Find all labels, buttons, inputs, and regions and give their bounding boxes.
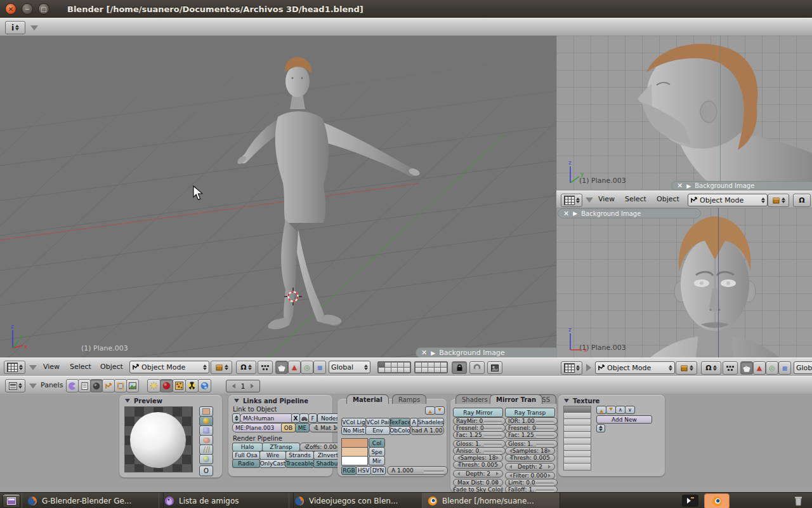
depth-transp-field[interactable]: Depth: 2 [505,463,555,471]
proportional-edit-button[interactable]: Ω [701,361,721,375]
paste-texture-button[interactable] [606,406,616,414]
layer-buttons-group2[interactable] [414,361,448,373]
header-collapse-icon[interactable] [29,365,37,374]
dyn-button[interactable]: DYN [370,466,386,475]
thresh-transp-field[interactable]: Thresh: 0.005 [505,454,555,462]
layer-buttons-group1[interactable] [377,361,411,373]
material-name-field[interactable]: MA:Human [240,413,294,423]
render-preview-button[interactable] [487,361,502,374]
tray-blender-icon[interactable] [704,493,730,508]
panel-collapse-icon[interactable] [125,399,130,405]
pivot-point-button[interactable] [258,361,273,374]
strands-button[interactable]: Strands [285,451,314,460]
script-context-button[interactable] [78,379,91,392]
slot-down-button[interactable]: ∨ [625,406,635,414]
halo-button[interactable]: Halo [232,443,263,451]
mode-selector[interactable]: Object Mode [129,361,209,373]
editor-type-button[interactable] [561,361,582,375]
menu-panels[interactable]: Panels [41,381,63,389]
viewport-front[interactable]: (1) Plane.003 z x ✕ ▶ Background Image [556,208,812,358]
zoffs-field[interactable]: Zoffs: 0.00 [299,443,343,451]
world-subcontext-button[interactable] [198,379,211,392]
background-image-panel-front[interactable]: ✕ ▶ Background Image [558,208,701,218]
menu-select[interactable]: Select [625,195,646,203]
add-new-texture-button[interactable]: Add New [596,415,652,424]
show-desktop-button[interactable] [3,494,20,508]
panel-collapse-icon[interactable] [234,399,239,405]
manipulator-translate-button[interactable] [275,361,288,374]
alpha-slider[interactable]: A 1.000 [387,466,448,475]
auto-name-button[interactable] [299,413,309,423]
expand-icon[interactable]: ▶ [573,210,577,217]
transform-orientation-selector[interactable]: Glob [794,361,812,374]
full-osa-button[interactable]: Full Osa [232,451,260,460]
depth-field[interactable]: Depth: 2 [453,470,503,478]
me-button[interactable]: ME [295,423,310,432]
expand-icon[interactable]: ▶ [431,350,435,356]
proportional-edit-button[interactable]: Ω [236,361,256,374]
preview-cube-button[interactable] [199,425,213,436]
col-button[interactable]: Col [369,438,385,448]
manipulator-translate-button[interactable] [740,361,753,375]
viewport-side[interactable]: (1) Plane.003 z y ✕ ▶ Background Image [556,36,812,190]
object-context-button[interactable] [102,379,115,392]
mode-selector[interactable]: Object Mode [595,361,675,374]
spe-button[interactable]: Spe [369,447,385,457]
trash-icon[interactable] [792,495,804,507]
logic-context-button[interactable] [66,379,79,392]
manipulator-rotate-button[interactable]: ▲ [288,361,301,374]
tab-material[interactable]: Material [346,394,389,404]
falloff-slider[interactable]: Falloff: 1. [505,486,558,492]
onlycast-button[interactable]: OnlyCast [259,459,286,468]
window-minimize-button[interactable]: − [22,3,33,15]
frame-next-icon[interactable] [251,384,256,389]
vcol-light-button[interactable]: VCol Lig [341,418,366,427]
scene-context-button[interactable] [126,379,139,392]
copy-texture-button[interactable] [596,406,606,414]
mir-button[interactable]: Mir [369,456,385,465]
preview-hair-button[interactable] [199,444,213,455]
mesh-name-field[interactable]: ME:Plane.003 [232,423,284,432]
header-collapse-icon[interactable] [586,197,593,206]
manipulator-scale-button[interactable]: ◎ [766,361,778,375]
tab-ramps[interactable]: Ramps [392,394,426,404]
tray-terminal-icon[interactable] [682,495,698,507]
window-close-button[interactable]: ✕ [5,3,16,15]
radiosity-subcontext-button[interactable] [185,379,199,392]
editor-type-button[interactable] [4,361,25,374]
specular-color-swatch[interactable] [341,447,368,457]
fake-user-button[interactable]: F [308,413,317,423]
preview-sphere-button[interactable] [199,416,213,426]
hsv-button[interactable]: HSV [356,466,371,475]
no-mist-button[interactable]: No Mist [341,426,366,435]
menu-view[interactable]: View [43,363,60,371]
manipulator-rotate-button[interactable]: ▲ [753,361,766,375]
snap-button[interactable] [469,361,485,374]
ob-button[interactable]: OB [281,423,296,432]
wire-button[interactable]: Wire [259,451,286,460]
ztransp-button[interactable]: ZTransp [262,443,300,451]
editing-context-button[interactable] [114,379,127,392]
close-icon[interactable]: ✕ [677,182,683,190]
background-image-panel-side[interactable]: ✕ ▶ Background Image [671,181,812,190]
material-unlink-button[interactable]: X [291,413,300,423]
menu-object[interactable]: Object [100,363,123,371]
panel-collapse-icon[interactable] [564,399,569,405]
draw-type-button[interactable] [211,361,232,374]
editor-type-button[interactable] [5,379,25,392]
diffuse-color-swatch[interactable] [341,438,368,448]
lamp-subcontext-button[interactable] [147,379,160,392]
lock-layers-button[interactable] [452,361,467,374]
window-maximize-button[interactable]: □ [38,3,49,15]
proportional-edit-button[interactable]: Ω [793,194,811,207]
thresh-field[interactable]: Thresh: 0.005 [453,461,503,469]
material-subcontext-button[interactable] [160,379,173,392]
shad-a-field[interactable]: had A 1.00 [410,426,444,435]
preview-monkey-button[interactable] [199,435,213,445]
texface-button[interactable]: TexFace [390,418,410,427]
manipulator-combo-button[interactable]: ■ [313,361,326,374]
manipulator-combo-button[interactable]: ■ [778,361,791,375]
fac-slider[interactable]: Fac: 1.25 [453,431,506,439]
preview-refresh-button[interactable]: O [199,465,213,476]
frame-number-field[interactable]: 1 [226,380,260,392]
